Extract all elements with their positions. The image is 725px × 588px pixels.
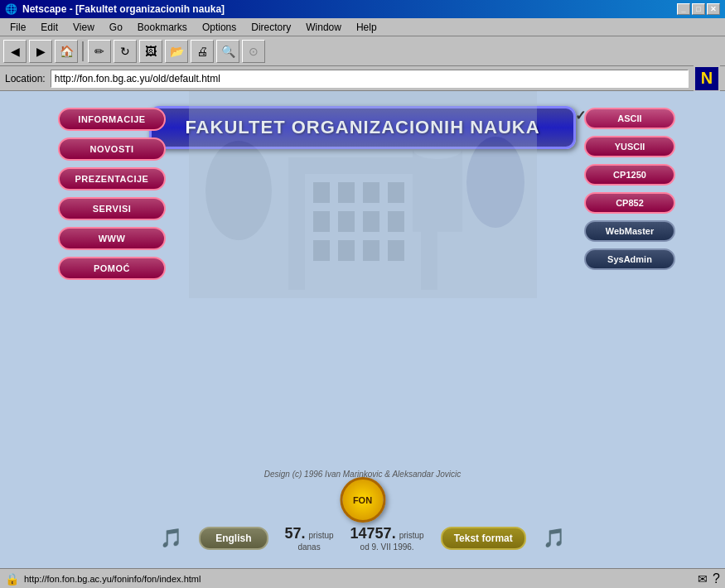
counter-today: 57. pristup danas	[285, 525, 334, 552]
fon-seal: FON	[340, 477, 385, 523]
window-title: Netscape - [Fakultet organizacionih nauk…	[22, 3, 225, 15]
encoding-ascii[interactable]: ASCII	[584, 108, 675, 129]
svg-point-1	[205, 141, 272, 240]
menu-file[interactable]: File	[3, 20, 32, 35]
page-title: FAKULTET ORGANIZACIONIH NAUKA	[185, 117, 539, 138]
counter-today-label1: pristup	[309, 531, 334, 540]
stop-button[interactable]: ⊙	[242, 40, 265, 63]
svg-rect-13	[313, 240, 330, 261]
edit-button[interactable]: ✏	[88, 40, 111, 63]
fon-seal-text: FON	[353, 495, 372, 505]
home-button[interactable]: 🏠	[55, 40, 78, 63]
back-button[interactable]: ◀	[3, 40, 27, 63]
browser-content: FAKULTET ORGANIZACIONIH NAUKA INFORMACIJ…	[0, 91, 725, 568]
reload-button[interactable]: ↻	[114, 40, 137, 63]
english-button[interactable]: English	[199, 527, 268, 550]
right-nav: ASCII YUSCII CP1250 CP852 WebMaster SysA…	[584, 108, 675, 270]
location-bar: Location: N	[0, 66, 725, 91]
nav-pomoc[interactable]: POMOĆ	[58, 257, 166, 280]
svg-rect-12	[388, 211, 404, 232]
app-icon: 🌐	[5, 3, 17, 15]
status-url: http://fon.fon.bg.ac.yu/foninfo/fon/inde…	[24, 574, 693, 584]
left-nav: INFORMACIJE NOVOSTI PREZENTACIJE SERVISI…	[58, 108, 166, 280]
svg-rect-6	[338, 182, 355, 203]
svg-rect-18	[413, 149, 462, 232]
nav-informacije[interactable]: INFORMACIJE	[58, 108, 166, 131]
toolbar: ◀ ▶ 🏠 ✏ ↻ 🖼 📂 🖨 🔍 ⊙	[0, 36, 725, 66]
menu-go[interactable]: Go	[103, 20, 129, 35]
svg-rect-4	[305, 174, 421, 290]
menu-bar: File Edit View Go Bookmarks Options Dire…	[0, 18, 725, 36]
minimize-button[interactable]: _	[677, 3, 690, 15]
svg-rect-5	[313, 182, 330, 203]
counter-today-num: 57.	[285, 525, 306, 542]
tekst-format-button[interactable]: Tekst format	[441, 527, 526, 550]
nav-servisi[interactable]: SERVISI	[58, 197, 166, 220]
encoding-cp1250[interactable]: CP1250	[584, 164, 675, 186]
location-label: Location:	[5, 73, 46, 84]
music-icon-left: 🎵	[160, 528, 182, 549]
menu-help[interactable]: Help	[350, 20, 384, 35]
find-button[interactable]: 🔍	[216, 40, 239, 63]
btn-sysadmin[interactable]: SysAdmin	[584, 248, 675, 270]
counter-total-label1: pristup	[399, 531, 424, 540]
security-icon: 🔒	[5, 572, 19, 586]
svg-rect-3	[288, 157, 437, 290]
menu-edit[interactable]: Edit	[34, 20, 65, 35]
forward-button[interactable]: ▶	[29, 40, 52, 63]
print-button[interactable]: 🖨	[191, 40, 214, 63]
encoding-yuscii[interactable]: YUSCII	[584, 136, 675, 157]
maximize-button[interactable]: □	[692, 3, 705, 15]
counter-today-label2: danas	[297, 542, 320, 552]
svg-rect-9	[313, 211, 330, 232]
svg-rect-15	[363, 240, 379, 261]
open-button[interactable]: 📂	[165, 40, 188, 63]
mail-indicator: ?	[713, 571, 720, 586]
svg-point-2	[466, 137, 524, 228]
btn-webmaster[interactable]: WebMaster	[584, 220, 675, 242]
page-header: FAKULTET ORGANIZACIONIH NAUKA	[149, 106, 575, 149]
svg-point-17	[413, 147, 462, 167]
bottom-bar: 🎵 English 57. pristup danas 14757. prist…	[0, 525, 725, 552]
menu-bookmarks[interactable]: Bookmarks	[131, 20, 194, 35]
counter-total-num: 14757.	[350, 525, 396, 542]
counter-total: 14757. pristup od 9. VII 1996.	[350, 525, 424, 552]
netscape-logo: N	[694, 65, 720, 92]
status-bar: 🔒 http://fon.fon.bg.ac.yu/foninfo/fon/in…	[0, 568, 725, 588]
menu-view[interactable]: View	[66, 20, 101, 35]
nav-www[interactable]: WWW	[58, 227, 166, 250]
menu-directory[interactable]: Directory	[244, 20, 297, 35]
svg-rect-10	[338, 211, 355, 232]
menu-options[interactable]: Options	[196, 20, 243, 35]
svg-rect-7	[363, 182, 379, 203]
title-bar: 🌐 Netscape - [Fakultet organizacionih na…	[0, 0, 725, 18]
music-icon-right: 🎵	[543, 528, 565, 549]
nav-novosti[interactable]: NOVOSTI	[58, 137, 166, 161]
counter-total-label2: od 9. VII 1996.	[360, 542, 414, 552]
svg-rect-16	[388, 240, 404, 261]
mail-icon: ✉	[698, 572, 708, 586]
svg-rect-11	[363, 211, 379, 232]
svg-rect-8	[388, 182, 404, 203]
svg-rect-14	[338, 240, 355, 261]
nav-prezentacije[interactable]: PREZENTACIJE	[58, 167, 166, 190]
close-button[interactable]: ✕	[707, 3, 720, 15]
images-button[interactable]: 🖼	[139, 40, 162, 63]
menu-window[interactable]: Window	[299, 20, 348, 35]
encoding-cp852[interactable]: CP852	[584, 192, 675, 214]
location-input[interactable]	[51, 70, 689, 88]
